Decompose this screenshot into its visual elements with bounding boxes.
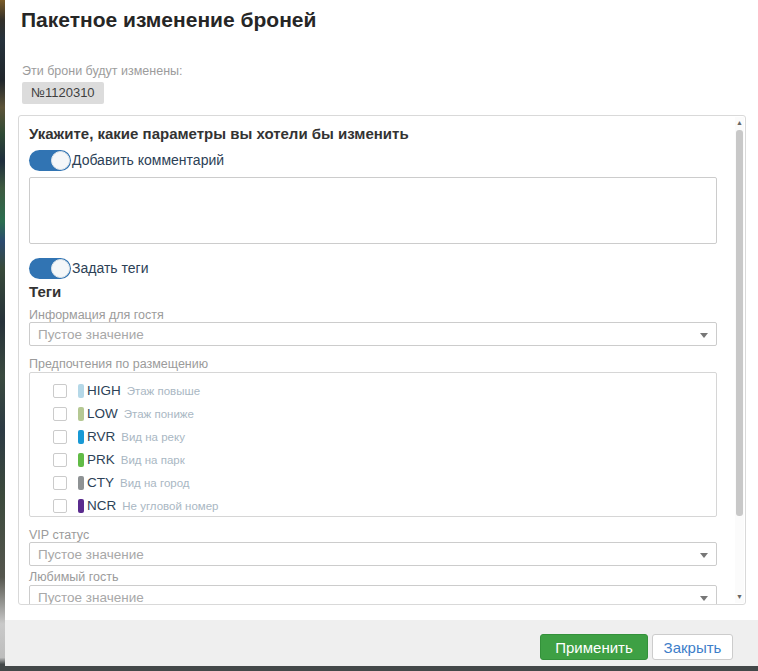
- checkbox[interactable]: [53, 476, 67, 490]
- favorite-guest-select-value: Пустое значение: [38, 590, 144, 605]
- favorite-guest-label: Любимый гость: [29, 570, 118, 584]
- scroll-down-icon[interactable]: ▼: [735, 592, 744, 602]
- close-button[interactable]: Закрыть: [652, 634, 733, 660]
- tag-color-chip: [78, 476, 84, 490]
- checkbox[interactable]: [53, 430, 67, 444]
- set-tags-toggle-label: Задать теги: [72, 260, 148, 276]
- tag-code: RVR: [87, 429, 115, 444]
- tag-description: Этаж повыше: [127, 385, 200, 397]
- set-tags-toggle-row[interactable]: Задать теги: [29, 257, 148, 279]
- tag-code: NCR: [87, 498, 116, 513]
- checkbox[interactable]: [53, 407, 67, 421]
- tag-code: CTY: [87, 475, 114, 490]
- tag-description: Вид на парк: [121, 454, 185, 466]
- guest-info-select[interactable]: Пустое значение: [29, 322, 717, 346]
- vip-status-select-value: Пустое значение: [38, 547, 144, 562]
- checkbox[interactable]: [53, 384, 67, 398]
- guest-info-label: Информация для гостя: [29, 308, 164, 322]
- chevron-down-icon: [700, 333, 708, 338]
- dialog-title: Пакетное изменение броней: [21, 8, 316, 32]
- tag-option-rvr[interactable]: RVR Вид на реку: [30, 425, 716, 448]
- tag-color-chip: [78, 453, 84, 467]
- parameters-header: Укажите, какие параметры вы хотели бы из…: [29, 125, 409, 142]
- affected-bookings-label: Эти брони будут изменены:: [22, 64, 183, 78]
- tag-option-high[interactable]: HIGH Этаж повыше: [30, 379, 716, 402]
- checkbox[interactable]: [53, 453, 67, 467]
- batch-edit-dialog: Пакетное изменение броней Эти брони буду…: [5, 0, 758, 671]
- placement-prefs-listbox: HIGH Этаж повыше LOW Этаж пониже RVR Вид…: [29, 372, 717, 517]
- tag-description: Вид на реку: [121, 431, 185, 443]
- favorite-guest-select[interactable]: Пустое значение: [29, 585, 717, 605]
- vip-status-select[interactable]: Пустое значение: [29, 542, 717, 566]
- tag-option-cty[interactable]: CTY Вид на город: [30, 471, 716, 494]
- tag-color-chip: [78, 499, 84, 513]
- tag-option-ncr[interactable]: NCR Не угловой номер: [30, 494, 716, 517]
- placement-prefs-label: Предпочтения по размещению: [29, 357, 208, 371]
- panel-scrollbar[interactable]: ▲ ▼: [735, 117, 744, 603]
- tag-code: PRK: [87, 452, 115, 467]
- tag-code: LOW: [87, 406, 118, 421]
- background-page-strip: [0, 0, 5, 671]
- tag-description: Вид на город: [120, 477, 190, 489]
- tag-description: Этаж пониже: [124, 408, 194, 420]
- tag-code: HIGH: [87, 383, 121, 398]
- dialog-footer: Применить Закрыть: [5, 620, 758, 666]
- add-comment-toggle-label: Добавить комментарий: [72, 152, 224, 168]
- parameters-panel: Укажите, какие параметры вы хотели бы из…: [18, 115, 746, 605]
- scroll-up-icon[interactable]: ▲: [735, 118, 744, 128]
- add-comment-toggle[interactable]: [29, 150, 71, 171]
- toggle-knob: [51, 259, 70, 278]
- guest-info-select-value: Пустое значение: [38, 327, 144, 342]
- tag-description: Не угловой номер: [122, 500, 218, 512]
- toggle-knob: [51, 151, 70, 170]
- tag-color-chip: [78, 407, 84, 421]
- tag-color-chip: [78, 384, 84, 398]
- add-comment-toggle-row[interactable]: Добавить комментарий: [29, 149, 224, 171]
- booking-number-badge: №1120310: [22, 82, 104, 104]
- chevron-down-icon: [700, 596, 708, 601]
- tag-color-chip: [78, 430, 84, 444]
- tag-option-low[interactable]: LOW Этаж пониже: [30, 402, 716, 425]
- comment-textarea[interactable]: [29, 177, 717, 244]
- tags-section-header: Теги: [29, 283, 61, 300]
- checkbox[interactable]: [53, 499, 67, 513]
- tag-option-prk[interactable]: PRK Вид на парк: [30, 448, 716, 471]
- vip-status-label: VIP статус: [29, 528, 89, 542]
- chevron-down-icon: [700, 553, 708, 558]
- scrollbar-thumb[interactable]: [736, 130, 743, 516]
- set-tags-toggle[interactable]: [29, 258, 71, 279]
- apply-button[interactable]: Применить: [540, 634, 648, 660]
- background-page-bottom-bar: [0, 666, 758, 671]
